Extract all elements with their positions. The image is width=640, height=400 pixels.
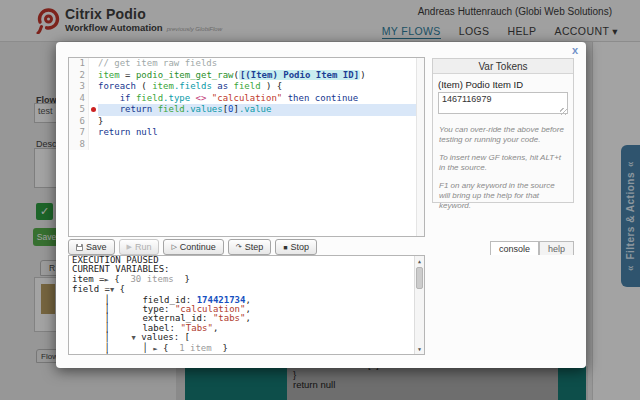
scroll-down-icon[interactable]: ▼ (415, 344, 424, 354)
line-number[interactable]: 1 (69, 58, 89, 70)
code-token: [(Item) Podio Item ID] (239, 70, 360, 80)
breakpoint-gutter[interactable] (89, 58, 98, 70)
code-token: <> (196, 93, 207, 103)
code-line[interactable]: 1// get item raw fields (69, 58, 424, 70)
var-tokens-panel: Var Tokens (Item) Podio Item ID 14671169… (432, 58, 574, 203)
code-token: │ ], (72, 353, 153, 355)
code-line[interactable]: 5 return field.values[0].value (69, 104, 424, 116)
scrollbar-thumb[interactable] (416, 267, 423, 289)
var-tokens-help: You can over-ride the above before testi… (433, 125, 573, 212)
run-icon: ▶ (127, 243, 132, 251)
close-icon[interactable]: x (572, 44, 578, 56)
line-number[interactable]: 2 (69, 70, 89, 82)
code-token: return (98, 127, 131, 137)
save-button[interactable]: Save (68, 239, 115, 255)
code-token (98, 93, 120, 103)
code-token: podio_item_get_raw (136, 70, 234, 80)
var-token-value-input[interactable]: 1467116979 (438, 92, 568, 114)
code-token: as (212, 81, 234, 91)
code-line[interactable]: 7return null (69, 127, 424, 139)
code-token: 1 item (179, 343, 212, 353)
line-number[interactable]: 6 (69, 116, 89, 128)
debug-toolbar-buttons: Save▶Run▷Continue↷Step■Stop (68, 239, 317, 255)
code-token: return (120, 104, 153, 114)
code-editor[interactable]: 1// get item raw fields2item = podio_ite… (68, 57, 425, 237)
line-number[interactable]: 3 (69, 81, 89, 93)
code-token: ) { (261, 81, 283, 91)
code-token: field = (72, 284, 110, 294)
console-line: │ ], (69, 354, 424, 355)
code-token: item (98, 70, 120, 80)
code-token: "calculation" (212, 93, 282, 103)
button-label: Step (245, 242, 264, 252)
step-icon: ↷ (236, 243, 242, 251)
code-token: values: [ (136, 332, 190, 342)
breakpoint-gutter[interactable] (89, 93, 98, 105)
stop-icon: ■ (283, 244, 287, 251)
step-button[interactable]: ↷Step (228, 239, 271, 255)
code-line[interactable]: 3foreach ( item.fields as field ) { (69, 81, 424, 93)
code-token: field (136, 93, 163, 103)
console-help-tabs: consolehelp (490, 241, 574, 255)
code-token: then continue (282, 93, 358, 103)
code-token: , (213, 323, 218, 333)
code-token: } (212, 343, 228, 353)
code-token: foreach (98, 81, 136, 91)
continue-icon: ▷ (171, 243, 176, 251)
save-icon (76, 244, 83, 251)
breakpoint-icon[interactable] (89, 104, 98, 116)
code-line[interactable]: 6} (69, 116, 424, 128)
scroll-up-icon[interactable]: ▲ (415, 256, 424, 266)
breakpoint-gutter[interactable] (89, 81, 98, 93)
code-token: .values (185, 104, 223, 114)
help-text: F1 on any keyword in the source will bri… (439, 181, 567, 212)
line-number[interactable]: 5 (69, 104, 89, 116)
var-tokens-title: Var Tokens (433, 59, 573, 74)
code-token: , (245, 313, 250, 323)
calculation-debugger-dialog: x 1// get item raw fields2item = podio_i… (56, 42, 586, 368)
button-label: Stop (290, 242, 309, 252)
code-token: } (98, 116, 103, 126)
editor-scrollbar[interactable] (416, 58, 424, 236)
code-token (98, 104, 120, 114)
console-output: EXECUTION PAUSEDCURRENT VARIABLES:item =… (69, 256, 424, 355)
console-panel: EXECUTION PAUSEDCURRENT VARIABLES:item =… (68, 255, 425, 355)
code-token: { (109, 274, 131, 284)
tab-console[interactable]: console (490, 241, 539, 255)
stop-button[interactable]: ■Stop (275, 239, 317, 255)
line-number[interactable]: 4 (69, 93, 89, 105)
code-token: │ │ (72, 343, 153, 353)
code-line[interactable]: 8 (69, 139, 424, 151)
help-text: You can over-ride the above before testi… (439, 125, 567, 146)
code-editor-lines: 1// get item raw fields2item = podio_ite… (69, 58, 424, 150)
help-text: To insert new GF tokens, hit ALT+t in th… (439, 153, 567, 174)
console-scrollbar[interactable]: ▲ ▼ (414, 256, 424, 354)
breakpoint-gutter[interactable] (89, 116, 98, 128)
button-label: Save (86, 242, 107, 252)
code-token: field (158, 104, 185, 114)
breakpoint-gutter[interactable] (89, 70, 98, 82)
code-line[interactable]: 4 if field.type <> "calculation" then co… (69, 93, 424, 105)
code-token: field (234, 81, 261, 91)
code-token: null (136, 127, 158, 137)
code-token: │ (72, 332, 132, 342)
code-token: .fields (174, 81, 212, 91)
code-line[interactable]: 2item = podio_item_get_raw([(Item) Podio… (69, 70, 424, 82)
code-token: item (152, 81, 174, 91)
var-token-label: (Item) Podio Item ID (438, 79, 568, 90)
code-token: = (120, 70, 136, 80)
code-token: ( (136, 81, 152, 91)
code-token: ) (360, 70, 365, 80)
breakpoint-gutter[interactable] (89, 127, 98, 139)
line-number[interactable]: 7 (69, 127, 89, 139)
line-number[interactable]: 8 (69, 139, 89, 151)
code-token: .type (163, 93, 190, 103)
breakpoint-gutter[interactable] (89, 139, 98, 151)
button-label: Continue (180, 242, 216, 252)
debug-toolbar: Save▶Run▷Continue↷Step■Stop consolehelp (68, 238, 574, 255)
run-button: ▶Run (119, 239, 160, 255)
continue-button[interactable]: ▷Continue (163, 239, 223, 255)
button-label: Run (135, 242, 152, 252)
code-token: item = (72, 274, 105, 284)
tab-help[interactable]: help (539, 241, 574, 255)
